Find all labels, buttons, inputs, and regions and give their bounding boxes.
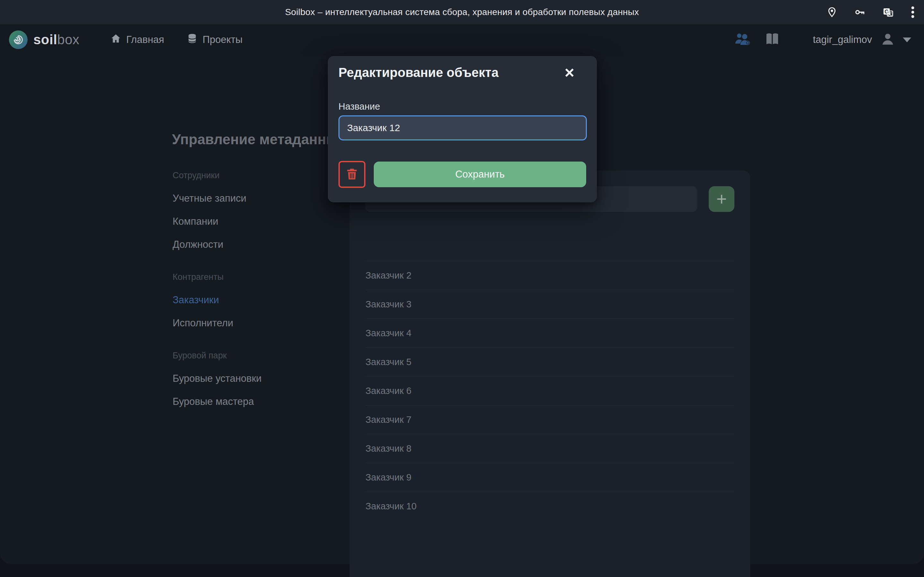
soilbox-logo-text: soilbox bbox=[33, 32, 79, 47]
sidebar-group-gap bbox=[173, 413, 326, 422]
app-nav-bar: soilbox Главная Проекты tagir_galimov bbox=[0, 24, 924, 55]
name-field[interactable] bbox=[338, 115, 587, 140]
sidebar-group-gap bbox=[173, 256, 326, 266]
soilbox-logo[interactable]: soilbox bbox=[9, 31, 79, 49]
list-item[interactable]: Заказчик 5 bbox=[365, 348, 734, 376]
nav-item-label: Проекты bbox=[203, 34, 242, 45]
sidebar-section-header: Сотрудники bbox=[173, 164, 326, 187]
database-icon bbox=[187, 33, 198, 47]
name-field-label: Название bbox=[338, 101, 380, 112]
trash-icon bbox=[345, 167, 359, 182]
sidebar-group-gap bbox=[173, 335, 326, 344]
nav-item-projects[interactable]: Проекты bbox=[187, 33, 242, 47]
nav-item-label: Главная bbox=[126, 34, 164, 45]
sidebar-item[interactable]: Компании bbox=[173, 210, 326, 233]
list-item[interactable]: Заказчик 2 bbox=[365, 261, 734, 290]
list-item[interactable]: Заказчик 4 bbox=[365, 319, 734, 348]
sidebar-item[interactable]: Заказчики bbox=[173, 288, 326, 311]
edit-object-modal: Редактирование объекта × Название Сохран… bbox=[328, 56, 597, 202]
chevron-down-icon[interactable] bbox=[903, 37, 911, 42]
book-icon[interactable] bbox=[765, 32, 780, 47]
list-item[interactable]: Заказчик 8 bbox=[365, 434, 734, 463]
add-customer-button[interactable]: + bbox=[709, 186, 734, 212]
close-icon[interactable]: × bbox=[559, 62, 580, 83]
sidebar-item[interactable]: Буровые установки bbox=[173, 367, 326, 390]
browser-chrome-bar: Soilbox – интеллектуальная система сбора… bbox=[0, 0, 924, 24]
list-item[interactable]: Заказчик 3 bbox=[365, 290, 734, 319]
home-icon bbox=[110, 33, 121, 47]
sidebar-item[interactable]: Учетные записи bbox=[173, 187, 326, 210]
users-settings-icon[interactable] bbox=[735, 32, 751, 48]
soilbox-logo-icon bbox=[9, 31, 27, 49]
screen: Soilbox – интеллектуальная система сбора… bbox=[0, 0, 924, 577]
customers-panel: + Заказчик 2Заказчик 3Заказчик 4Заказчик… bbox=[350, 171, 750, 577]
sidebar-section-header: Контрагенты bbox=[173, 266, 326, 288]
list-item[interactable]: Заказчик 7 bbox=[365, 405, 734, 434]
save-button[interactable]: Сохранить bbox=[374, 161, 586, 187]
key-icon[interactable] bbox=[854, 6, 866, 18]
sidebar-item[interactable]: Исполнители bbox=[173, 311, 326, 335]
location-icon[interactable] bbox=[827, 7, 837, 18]
list-item[interactable]: Заказчик 9 bbox=[365, 463, 734, 492]
sidebar: СотрудникиУчетные записиКомпанииДолжност… bbox=[173, 164, 326, 422]
svg-text:G: G bbox=[885, 9, 888, 15]
list-item[interactable]: Заказчик 6 bbox=[365, 376, 734, 405]
delete-button[interactable] bbox=[338, 161, 365, 188]
sidebar-item[interactable]: Буровые мастера bbox=[173, 390, 326, 413]
list-item[interactable]: Заказчик 10 bbox=[365, 492, 734, 521]
sidebar-section-header: Буровой парк bbox=[173, 344, 326, 367]
translate-icon[interactable]: G bbox=[882, 6, 894, 18]
kebab-menu-icon[interactable] bbox=[911, 6, 915, 19]
sidebar-item[interactable]: Должности bbox=[173, 233, 326, 256]
customer-list: Заказчик 2Заказчик 3Заказчик 4Заказчик 5… bbox=[365, 261, 734, 521]
window-title: Soilbox – интеллектуальная система сбора… bbox=[0, 7, 924, 17]
modal-title: Редактирование объекта bbox=[338, 65, 499, 80]
nav-item-home[interactable]: Главная bbox=[110, 33, 164, 47]
username-label: tagir_galimov bbox=[813, 34, 872, 45]
user-avatar-icon[interactable] bbox=[880, 32, 895, 48]
